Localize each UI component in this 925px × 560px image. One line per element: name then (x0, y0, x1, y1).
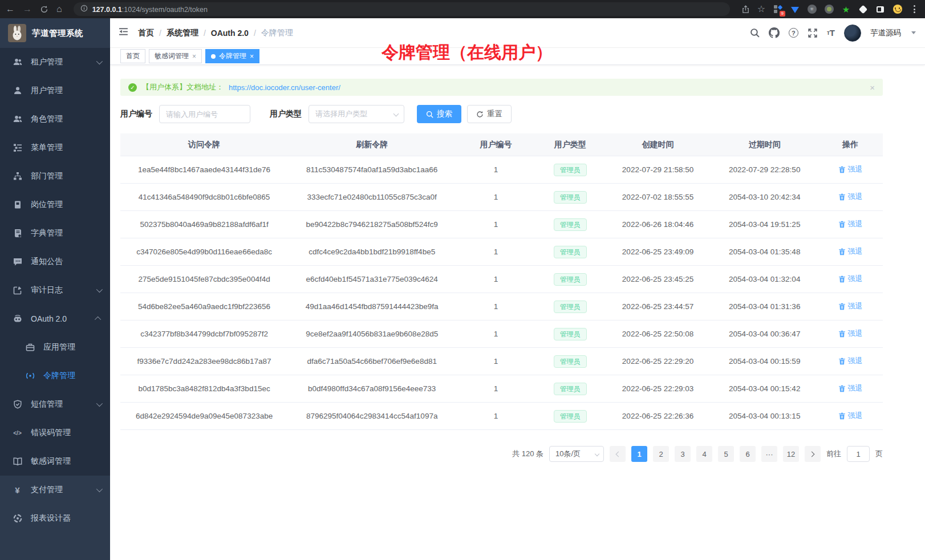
address-bar[interactable]: 127.0.0.1:1024/system/oauth2/token (74, 2, 730, 16)
sidebar-item-dict[interactable]: 字典管理 (0, 219, 110, 247)
user-type-tag: 管理员 (554, 383, 587, 395)
sidebar-item-error-code[interactable]: </>错误码管理 (0, 419, 110, 447)
share-icon[interactable] (741, 5, 750, 14)
tab-home[interactable]: 首页 (120, 49, 145, 63)
force-logout-button[interactable]: 强退 (838, 411, 863, 421)
force-logout-button[interactable]: 强退 (838, 328, 863, 339)
alert-doc-link[interactable]: https://doc.iocoder.cn/user-center/ (229, 83, 340, 92)
help-icon[interactable]: ? (789, 28, 798, 38)
page-button-6[interactable]: 6 (740, 446, 756, 462)
shield-check-icon (13, 400, 22, 409)
close-icon[interactable]: × (250, 52, 254, 60)
force-logout-button[interactable]: 强退 (838, 356, 863, 366)
close-icon[interactable]: × (192, 52, 196, 60)
sidebar-item-sensitive-word[interactable]: 敏感词管理 (0, 447, 110, 476)
user-type-tag: 管理员 (554, 191, 587, 204)
user-type-select[interactable]: 请选择用户类型 (309, 105, 404, 123)
force-logout-button[interactable]: 强退 (838, 301, 863, 311)
tab-token[interactable]: 令牌管理× (205, 49, 259, 63)
fullscreen-icon[interactable] (808, 28, 818, 38)
breadcrumb-system[interactable]: 系统管理 (167, 28, 198, 38)
alert-close-icon[interactable]: × (870, 83, 875, 92)
forward-icon[interactable]: → (23, 5, 32, 14)
page-button-3[interactable]: 3 (675, 446, 691, 462)
sidebar-item-report-designer[interactable]: 报表设计器 (0, 504, 110, 533)
prev-page-button[interactable] (610, 446, 626, 462)
signal-icon (25, 371, 35, 381)
filter-bar: 用户编号 用户类型 请选择用户类型 搜索 重置 (120, 105, 883, 123)
bookmark-star-icon[interactable]: ☆ (757, 5, 765, 14)
site-info-icon[interactable] (80, 4, 88, 14)
page-size-select[interactable]: 10条/页 (549, 446, 604, 462)
github-icon[interactable] (769, 27, 780, 38)
page-button-12[interactable]: 12 (783, 446, 799, 462)
user-avatar[interactable] (844, 25, 861, 42)
search-icon[interactable] (750, 28, 760, 38)
home-icon[interactable]: ⌂ (56, 5, 62, 14)
extension-star-icon[interactable]: ★ (841, 5, 851, 14)
sidebar-item-notice[interactable]: 通知公告 (0, 247, 110, 276)
browser-menu-icon[interactable] (910, 5, 919, 14)
sidebar-item-post[interactable]: 岗位管理 (0, 190, 110, 219)
sidebar-collapse-icon[interactable] (119, 27, 129, 39)
col-user-type: 用户类型 (536, 140, 605, 150)
tab-sensitive-word[interactable]: 敏感词管理× (149, 49, 202, 63)
sidebar-item-sms[interactable]: 短信管理 (0, 390, 110, 419)
table-row: 54d6be82ee5a460a9aedc1f9bf223656 49d1aa4… (120, 293, 883, 320)
extension-gem-icon[interactable] (790, 5, 800, 14)
sidebar-item-tenant[interactable]: 租户管理 (0, 48, 110, 76)
extension-record-icon[interactable] (824, 5, 834, 14)
page-ellipsis[interactable]: ··· (761, 446, 777, 462)
page-button-5[interactable]: 5 (718, 446, 734, 462)
extension-pin-icon[interactable] (858, 5, 868, 14)
logo-image (8, 24, 26, 42)
search-button[interactable]: 搜索 (417, 105, 461, 123)
user-id-input[interactable] (159, 105, 250, 123)
next-page-button[interactable] (805, 446, 821, 462)
force-logout-button[interactable]: 强退 (838, 274, 863, 284)
profile-avatar-icon[interactable] (892, 5, 902, 14)
goto-label: 前往 (826, 449, 841, 459)
sidebar-item-role[interactable]: 角色管理 (0, 105, 110, 133)
user-type-label: 用户类型 (270, 109, 302, 119)
sidebar-item-user[interactable]: 用户管理 (0, 76, 110, 105)
caret-down-icon[interactable] (911, 31, 916, 34)
user-type-tag: 管理员 (554, 301, 587, 313)
table-row: 41c41346a548490f9dc8b01c6bfe0865 333ecfc… (120, 184, 883, 211)
content: ✓ 【用户体系】文档地址： https://doc.iocoder.cn/use… (110, 65, 925, 560)
extension-grid-icon[interactable]: 9 (773, 5, 782, 14)
reset-button[interactable]: 重置 (467, 105, 512, 123)
page-button-1[interactable]: 1 (631, 446, 647, 462)
force-logout-button[interactable]: 强退 (838, 192, 863, 202)
font-size-icon[interactable]: тT (827, 28, 835, 38)
force-logout-button[interactable]: 强退 (838, 246, 863, 257)
users-icon (13, 58, 22, 67)
page-button-4[interactable]: 4 (696, 446, 712, 462)
back-icon[interactable]: ← (6, 5, 15, 14)
table-row: 502375b8040a469a9b82188afdf6af1f be90422… (120, 211, 883, 238)
goto-page-input[interactable] (847, 446, 870, 462)
user-name[interactable]: 芋道源码 (870, 28, 901, 38)
url-text: 127.0.0.1:1024/system/oauth2/token (92, 4, 208, 14)
user-type-tag: 管理员 (554, 164, 587, 176)
menu-tree-icon (13, 143, 22, 153)
page: ← → ⌂ 127.0.0.1:1024/system/oauth2/token… (0, 0, 925, 560)
breadcrumb-home[interactable]: 首页 (138, 28, 154, 38)
force-logout-button[interactable]: 强退 (838, 383, 863, 393)
reload-icon[interactable] (40, 5, 48, 14)
table-row: f9336e7c7dd242a283ee98dc86b17a87 dfa6c71… (120, 348, 883, 375)
sidebar-item-dept[interactable]: 部门管理 (0, 162, 110, 190)
sidebar-item-menu[interactable]: 菜单管理 (0, 133, 110, 162)
app-logo[interactable]: 芋道管理系统 (0, 18, 110, 48)
sidebar-item-oauth-app[interactable]: 应用管理 (0, 333, 110, 362)
force-logout-button[interactable]: 强退 (838, 164, 863, 175)
sidebar-item-pay[interactable]: ¥支付管理 (0, 476, 110, 504)
page-button-2[interactable]: 2 (653, 446, 669, 462)
sidebar-item-audit-log[interactable]: 审计日志 (0, 276, 110, 305)
breadcrumb-oauth[interactable]: OAuth 2.0 (211, 29, 249, 38)
sidebar-item-oauth-token[interactable]: 令牌管理 (0, 362, 110, 390)
force-logout-button[interactable]: 强退 (838, 219, 863, 229)
extension-command-icon[interactable]: ✳ (807, 5, 817, 14)
extension-sidepanel-icon[interactable] (875, 5, 885, 14)
sidebar-item-oauth[interactable]: OAuth 2.0 (0, 305, 110, 333)
